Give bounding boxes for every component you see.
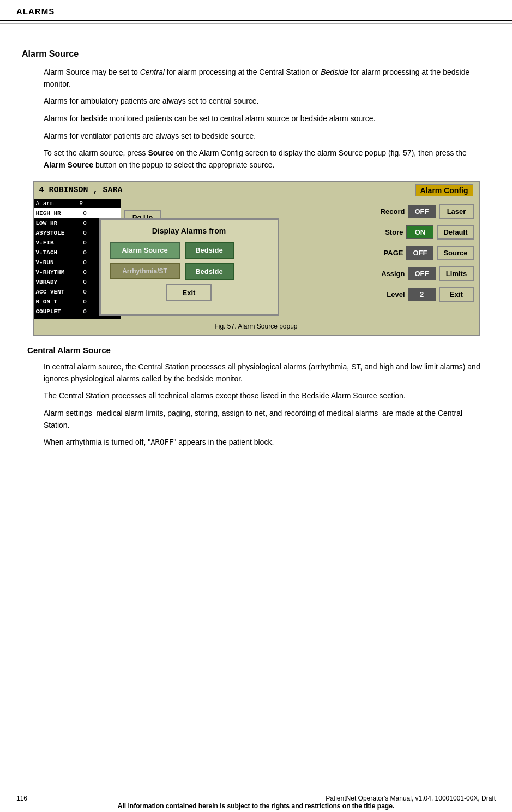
section1-para1: Alarm Source may be set to Central for a…	[44, 67, 490, 90]
footer-disclaimer: All information contained herein is subj…	[16, 802, 496, 810]
alarm-r-header: R	[80, 200, 91, 207]
popup-exit-button[interactable]: Exit	[166, 284, 212, 301]
footer-page-number: 116	[16, 795, 27, 802]
monitor-screen-title: Alarm Config	[415, 184, 473, 196]
monitor-screen: 4 ROBINSON , SARA Alarm Config Alarm R H…	[34, 182, 479, 319]
figure-caption: Fig. 57. Alarm Source popup	[34, 319, 479, 335]
alarm-list-header: Alarm R	[34, 199, 121, 208]
page-toggle[interactable]: OFF	[406, 246, 433, 260]
header-title: ALARMS	[16, 7, 55, 16]
section1-para5: To set the alarm source, press Source on…	[44, 147, 490, 171]
page-label: PAGE	[370, 249, 403, 257]
page-header: ALARMS	[0, 0, 512, 21]
store-label: Store	[370, 228, 403, 236]
popup-exit-row: Exit	[110, 284, 269, 301]
assign-label: Assign	[372, 270, 405, 278]
arrhythmia-value: Bedside	[185, 263, 234, 280]
alarm-source-button[interactable]: Alarm Source	[110, 242, 180, 259]
monitor-patient-id: 4 ROBINSON , SARA	[39, 186, 123, 195]
alarm-col-header: Alarm	[36, 200, 80, 207]
source-button[interactable]: Source	[437, 246, 474, 260]
exit-button[interactable]: Exit	[439, 287, 474, 302]
section2-para2: The Central Station processes all techni…	[44, 390, 490, 402]
laser-button[interactable]: Laser	[439, 204, 474, 219]
alarm-source-value: Bedside	[185, 242, 234, 259]
page-footer: 116 PatientNet Operator's Manual, v1.04,…	[0, 792, 512, 812]
popup-title: Display Alarms from	[110, 226, 269, 235]
footer-top: 116 PatientNet Operator's Manual, v1.04,…	[16, 795, 496, 802]
figure-container: 4 ROBINSON , SARA Alarm Config Alarm R H…	[33, 181, 480, 336]
store-toggle[interactable]: ON	[406, 225, 433, 239]
section1-title: Alarm Source	[22, 49, 490, 59]
monitor-body: Alarm R HIGH HR O LOW HR O ASYSTOLE O	[34, 199, 479, 319]
section2-para1: In central alarm source, the Central Sta…	[44, 361, 490, 385]
section2-para3: Alarm settings–medical alarm limits, pag…	[44, 408, 490, 431]
level-label: Level	[372, 290, 405, 298]
monitor-title-bar: 4 ROBINSON , SARA Alarm Config	[34, 182, 479, 199]
section2-title: Central Alarm Source	[22, 345, 490, 355]
alarm-source-popup: Display Alarms from Alarm Source Bedside…	[99, 218, 279, 316]
record-label: Record	[372, 207, 405, 216]
assign-toggle[interactable]: OFF	[408, 267, 436, 280]
alarm-row: HIGH HR O	[34, 208, 121, 218]
footer-doc-info: PatientNet Operator's Manual, v1.04, 100…	[326, 795, 496, 802]
record-toggle[interactable]: OFF	[408, 205, 436, 218]
popup-arrhythmia-row: Arrhythmia/ST Bedside	[110, 263, 269, 280]
default-button[interactable]: Default	[437, 225, 474, 240]
section1-para3: Alarms for bedside monitored patients ca…	[44, 113, 490, 125]
page-content: Alarm Source Alarm Source may be set to …	[0, 33, 512, 465]
level-value[interactable]: 2	[408, 288, 436, 301]
limits-button[interactable]: Limits	[439, 266, 474, 281]
section1-para4: Alarms for ventilator patients are alway…	[44, 130, 490, 142]
section2-para4: When arrhythmia is turned off, "AROFF" a…	[44, 437, 490, 449]
popup-alarm-source-row: Alarm Source Bedside	[110, 242, 269, 259]
arrhythmia-button[interactable]: Arrhythmia/ST	[110, 263, 180, 279]
section1-para2: Alarms for ambulatory patients are alway…	[44, 95, 490, 108]
